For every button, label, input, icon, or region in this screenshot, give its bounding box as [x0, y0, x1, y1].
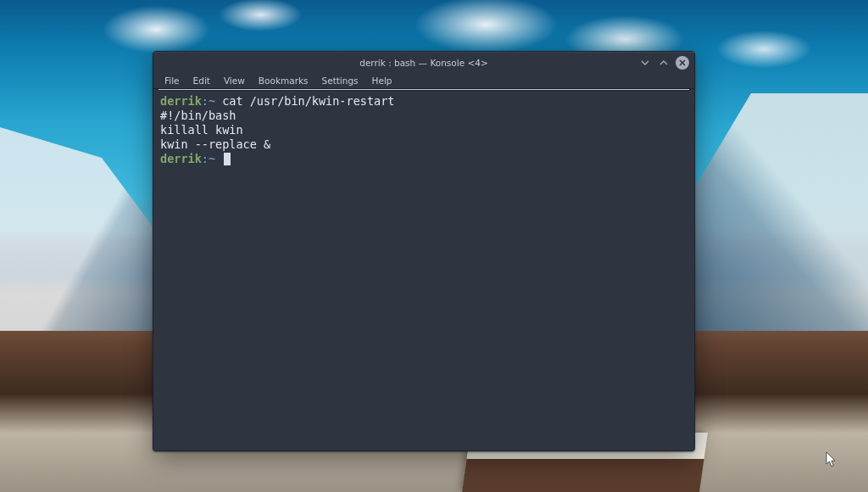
prompt-sep: :: [202, 94, 209, 108]
output-line: killall kwin: [160, 123, 243, 137]
menu-settings[interactable]: Settings: [316, 74, 364, 87]
maximize-button[interactable]: [657, 56, 670, 70]
konsole-window[interactable]: derrik : bash — Konsole <4> File Edit Vi…: [153, 51, 695, 451]
menu-view[interactable]: View: [218, 74, 251, 87]
menu-help[interactable]: Help: [366, 74, 398, 87]
window-title: derrik : bash — Konsole <4>: [153, 58, 694, 68]
terminal-output[interactable]: derrik:~ cat /usr/bin/kwin-restart #!/bi…: [153, 91, 694, 450]
minimize-button[interactable]: [638, 56, 652, 70]
text-cursor: [224, 153, 231, 165]
menu-bookmarks[interactable]: Bookmarks: [253, 74, 314, 87]
menu-edit[interactable]: Edit: [187, 74, 216, 87]
window-controls: [638, 56, 689, 70]
menu-file[interactable]: File: [159, 74, 186, 87]
prompt-user: derrik: [160, 94, 202, 108]
output-line: kwin --replace &: [160, 137, 270, 151]
menubar: File Edit View Bookmarks Settings Help: [153, 72, 694, 89]
prompt-user: derrik: [160, 152, 202, 165]
close-button[interactable]: [676, 56, 689, 70]
command-text: cat /usr/bin/kwin-restart: [222, 94, 394, 108]
prompt-path: ~: [209, 94, 215, 108]
titlebar[interactable]: derrik : bash — Konsole <4>: [153, 52, 694, 72]
prompt-path: ~: [209, 152, 215, 165]
prompt-sep: :: [202, 152, 209, 165]
output-line: #!/bin/bash: [160, 109, 236, 122]
